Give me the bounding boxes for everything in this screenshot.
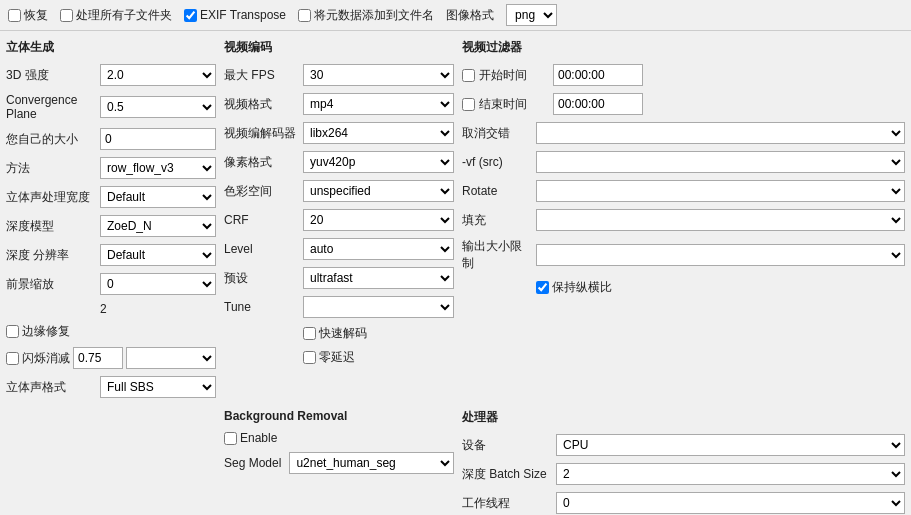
preset-row: 预设 ultrafast	[224, 267, 454, 289]
video-encoding-col: 视频编码 最大 FPS 30 视频格式 mp4 视频编解码器 libx264 像…	[224, 39, 454, 401]
level-select[interactable]: auto	[303, 238, 454, 260]
start-time-input[interactable]	[553, 64, 643, 86]
strength-row: 3D 强度 2.0	[6, 64, 216, 86]
max-fps-select[interactable]: 30	[303, 64, 454, 86]
video-codec-select[interactable]: libx264	[303, 122, 454, 144]
end-time-row: 结束时间	[462, 93, 905, 115]
strength-label: 3D 强度	[6, 67, 96, 84]
preset-select[interactable]: ultrafast	[303, 267, 454, 289]
crf-select[interactable]: 20	[303, 209, 454, 231]
vf-src-row: -vf (src)	[462, 151, 905, 173]
fg-scale-select[interactable]: 0	[100, 273, 216, 295]
add-meta-label[interactable]: 将元数据添加到文件名	[298, 7, 434, 24]
workers-select[interactable]: 0	[556, 492, 905, 514]
keep-ratio-checkbox[interactable]	[536, 281, 549, 294]
fill-label: 填充	[462, 212, 532, 229]
method-row: 方法 row_flow_v3	[6, 157, 216, 179]
bg-enable-checkbox[interactable]	[224, 432, 237, 445]
strength-select[interactable]: 2.0	[100, 64, 216, 86]
flicker-checkbox[interactable]	[6, 352, 19, 365]
fg-scale-row: 前景缩放 0	[6, 273, 216, 295]
depth-model-row: 深度模型 ZoeD_N	[6, 215, 216, 237]
bottom-spacer-left	[6, 409, 216, 515]
batch-size-select[interactable]: 2	[556, 463, 905, 485]
bottom-row: Background Removal Enable Seg Model u2ne…	[0, 409, 911, 515]
pixel-fmt-label: 像素格式	[224, 154, 299, 171]
video-fmt-label: 视频格式	[224, 96, 299, 113]
deinterlace-select[interactable]	[536, 122, 905, 144]
color-space-select[interactable]: unspecified	[303, 180, 454, 202]
method-select[interactable]: row_flow_v3	[100, 157, 216, 179]
tune-select[interactable]	[303, 296, 454, 318]
level-row: Level auto	[224, 238, 454, 260]
batch-size-row: 深度 Batch Size 2	[462, 463, 905, 485]
fg-scale-num: 2	[100, 302, 107, 316]
zero-latency-checkbox[interactable]	[303, 351, 316, 364]
add-meta-checkbox[interactable]	[298, 9, 311, 22]
process-subfolders-label[interactable]: 处理所有子文件夹	[60, 7, 172, 24]
processor-section: 处理器 设备 CPU 深度 Batch Size 2 工作线程 0 低 VRAM	[462, 409, 905, 515]
edge-repair-checkbox[interactable]	[6, 325, 19, 338]
seg-model-select[interactable]: u2net_human_seg	[289, 452, 454, 474]
convergence-label: Convergence Plane	[6, 93, 96, 121]
stereo-width-select[interactable]: Default	[100, 186, 216, 208]
fast-decode-checkbox[interactable]	[303, 327, 316, 340]
stereo-gen-col: 立体生成 3D 强度 2.0 Convergence Plane 0.5 您自己…	[6, 39, 216, 401]
self-size-input[interactable]	[100, 128, 216, 150]
start-time-label: 开始时间	[479, 67, 549, 84]
flicker-input[interactable]	[73, 347, 123, 369]
method-label: 方法	[6, 160, 96, 177]
device-select[interactable]: CPU	[556, 434, 905, 456]
flicker-select[interactable]	[126, 347, 216, 369]
end-time-input[interactable]	[553, 93, 643, 115]
start-time-row: 开始时间	[462, 64, 905, 86]
workers-row: 工作线程 0	[462, 492, 905, 514]
end-time-checkbox[interactable]	[462, 98, 475, 111]
restore-checkbox-label[interactable]: 恢复	[8, 7, 48, 24]
image-format-select[interactable]: png	[506, 4, 557, 26]
seg-model-label: Seg Model	[224, 456, 281, 470]
exif-transpose-checkbox[interactable]	[184, 9, 197, 22]
bg-enable-label: Enable	[240, 431, 277, 445]
restore-checkbox[interactable]	[8, 9, 21, 22]
stereo-width-label: 立体声处理宽度	[6, 189, 96, 206]
flicker-label: 闪烁消减	[22, 350, 70, 367]
bg-removal-section: Background Removal Enable Seg Model u2ne…	[224, 409, 454, 515]
output-limit-select[interactable]	[536, 244, 905, 266]
color-space-row: 色彩空间 unspecified	[224, 180, 454, 202]
depth-res-select[interactable]: Default	[100, 244, 216, 266]
processor-title: 处理器	[462, 409, 905, 426]
tune-label: Tune	[224, 300, 299, 314]
self-size-spin[interactable]	[100, 128, 216, 150]
fill-select[interactable]	[536, 209, 905, 231]
convergence-select[interactable]: 0.5	[100, 96, 216, 118]
max-fps-row: 最大 FPS 30	[224, 64, 454, 86]
keep-ratio-label: 保持纵横比	[552, 279, 612, 296]
pixel-fmt-select[interactable]: yuv420p	[303, 151, 454, 173]
crf-row: CRF 20	[224, 209, 454, 231]
workers-label: 工作线程	[462, 495, 552, 512]
crf-label: CRF	[224, 213, 299, 227]
batch-size-label: 深度 Batch Size	[462, 466, 552, 483]
bg-removal-title: Background Removal	[224, 409, 454, 423]
depth-model-select[interactable]: ZoeD_N	[100, 215, 216, 237]
self-size-label: 您自己的大小	[6, 131, 96, 148]
fast-decode-label: 快速解码	[319, 325, 367, 342]
exif-transpose-label[interactable]: EXIF Transpose	[184, 8, 286, 22]
rotate-select[interactable]	[536, 180, 905, 202]
video-encoding-title: 视频编码	[224, 39, 454, 56]
pixel-fmt-row: 像素格式 yuv420p	[224, 151, 454, 173]
process-subfolders-checkbox[interactable]	[60, 9, 73, 22]
video-fmt-row: 视频格式 mp4	[224, 93, 454, 115]
stereo-gen-title: 立体生成	[6, 39, 216, 56]
fast-decode-row: 快速解码	[303, 325, 454, 342]
video-filter-col: 视频过滤器 开始时间 结束时间 取消交错 -vf (src) Rotate	[462, 39, 905, 401]
video-fmt-select[interactable]: mp4	[303, 93, 454, 115]
vf-src-select[interactable]	[536, 151, 905, 173]
keep-ratio-row: 保持纵横比	[536, 279, 905, 296]
self-size-row: 您自己的大小	[6, 128, 216, 150]
start-time-checkbox[interactable]	[462, 69, 475, 82]
stereo-fmt-select[interactable]: Full SBS	[100, 376, 216, 398]
max-fps-label: 最大 FPS	[224, 67, 299, 84]
image-format-label: 图像格式	[446, 7, 494, 24]
